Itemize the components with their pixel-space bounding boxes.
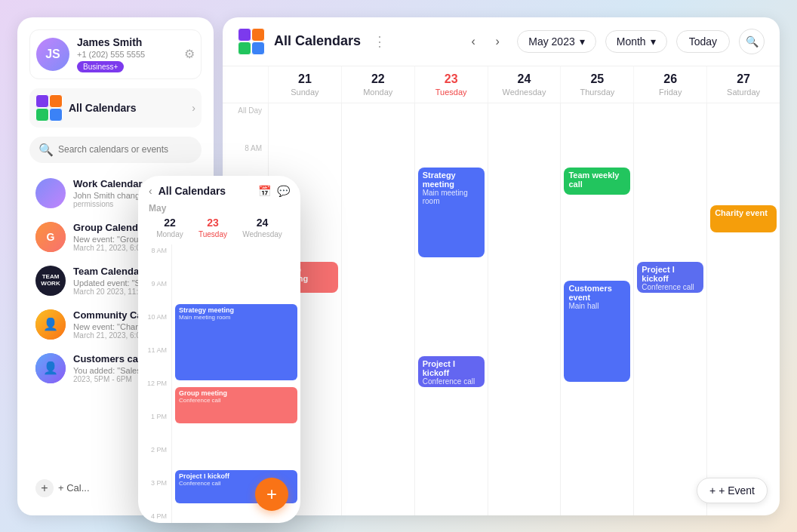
header-cal-icon-1 [238,28,251,42]
search-icon: 🔍 [38,143,54,157]
m-group-event[interactable]: Group meeting Conference call [175,387,297,423]
mobile-icons: 📅 💬 [258,185,290,197]
cal-mini-icon-3 [35,108,49,121]
add-event-label: + Event [719,484,755,497]
day-col-wed[interactable] [488,103,561,515]
day-name-fri: Friday [637,88,703,97]
day-num-26: 26 [637,72,703,86]
user-phone: +1 (202) 555 5555 [77,50,177,59]
gear-icon[interactable]: ⚙ [184,47,195,61]
mobile-date-mon[interactable]: 22 Monday [156,217,183,238]
cal-mini-icon-1 [35,94,49,108]
mobile-date-wed[interactable]: 24 Wednesday [242,217,282,238]
day-col-sat[interactable]: Charity event [706,103,780,515]
day-col-thu[interactable]: Team weekly call Customers event Main ha… [560,103,633,515]
project-kickoff-fri-event[interactable]: Project I kickoff Conference call [637,262,703,293]
mobile-date-num: 22 [156,217,183,229]
calendar-body: All Day 8 AM 9 AM 10 AM 11 AM 12 PM 1 PM… [223,103,780,515]
mobile-date-dow: Wednesday [242,230,282,238]
cal-avatar-group: G [35,222,66,252]
m-time-10am: 10 AM [138,311,171,344]
mobile-header: ‹ All Calendars 📅 💬 [138,176,300,203]
time-allday: All Day [223,103,268,141]
mobile-calendar-icon[interactable]: 📅 [258,185,271,197]
date-chevron-down-icon: ▾ [580,35,585,48]
day-header-wed: 24 Wednesday [488,66,561,103]
customers-event[interactable]: Customers event Main hall [564,281,630,382]
mobile-month-label: May [149,203,166,214]
mobile-date-dow: Tuesday [198,230,227,238]
day-header-sat: 27 Saturday [706,66,780,103]
cal-avatar-work [35,178,66,208]
all-calendars-bar[interactable]: All Calendars › [29,88,202,128]
all-calendars-label: All Calendars [69,102,186,114]
mobile-date-tue[interactable]: 23 Tuesday [198,217,227,238]
search-input[interactable] [58,144,192,155]
mobile-fab-plus-icon: + [266,484,277,505]
next-button[interactable]: › [487,31,508,52]
cal-avatar-customers: 👤 [35,353,66,383]
date-selector[interactable]: May 2023 ▾ [517,30,595,53]
mobile-share-icon[interactable]: 💬 [277,185,290,197]
mobile-date-strip: 22 Monday 23 Tuesday 24 Wednesday [138,217,300,244]
search-button[interactable]: 🔍 [739,29,765,54]
search-bar[interactable]: 🔍 [29,137,202,163]
user-name: James Smith [77,36,177,48]
mobile-back-icon[interactable]: ‹ [149,185,152,197]
event-title: Project I kickoff [423,359,480,377]
event-sub: Conference call [423,377,480,386]
m-time-2pm: 2 PM [138,444,171,477]
event-title: Project I kickoff [642,265,699,283]
day-name-tue: Tuesday [418,88,485,97]
m-event-title: Group meeting [179,389,294,397]
strategy-meeting-event[interactable]: Strategy meeting Main meeting room [418,168,485,257]
mobile-date-num: 24 [242,217,282,229]
mobile-date-dow: Monday [156,230,183,238]
m-strategy-event[interactable]: Strategy meeting Main meeting room [175,304,297,380]
mobile-fab-button[interactable]: + [255,478,288,511]
add-event-button[interactable]: + + Event [697,478,768,503]
day-name-sat: Saturday [710,88,777,97]
header-title: All Calendars [274,33,361,49]
calendar-header: All Calendars ⋮ ‹ › May 2023 ▾ Month ▾ T… [223,17,780,66]
event-title: Strategy meeting [423,171,480,189]
view-chevron-down-icon: ▾ [651,35,656,48]
day-num-27: 27 [710,72,777,86]
m-time-1pm: 1 PM [138,411,171,444]
today-button[interactable]: Today [676,30,730,53]
event-title: Team weekly call [568,171,626,189]
day-name-sun: Sunday [272,88,338,97]
day-name-mon: Monday [345,88,411,97]
calendar-icon-group [35,94,63,121]
add-cal-label: + Cal... [58,482,90,494]
day-header-fri: 26 Friday [633,66,706,103]
plus-icon: + [709,484,715,497]
day-col-mon[interactable] [341,103,414,515]
view-label: Month [617,35,646,48]
m-time-3pm: 3 PM [138,477,171,510]
cal-avatar-community: 👤 [35,309,66,340]
day-col-tue[interactable]: Strategy meeting Main meeting room Proje… [414,103,488,515]
m-time-4pm: 4 PM [138,510,171,523]
day-num-22: 22 [345,72,411,86]
mobile-overlay: ‹ All Calendars 📅 💬 May 22 Monday 23 Tue… [138,176,300,523]
m-event-title: Strategy meeting [179,306,294,314]
m-time-12pm: 12 PM [138,377,171,411]
charity-event[interactable]: Charity event [710,205,777,232]
header-icon-group [238,28,265,55]
day-header-tue: 23 Tuesday [414,66,488,103]
dots-menu-button[interactable]: ⋮ [373,33,386,50]
m-time-9am: 9 AM [138,278,171,311]
prev-button[interactable]: ‹ [463,31,484,52]
header-cal-icon-4 [251,42,265,55]
header-cal-icon-2 [251,28,265,42]
project-kickoff-tue-event[interactable]: Project I kickoff Conference call [418,356,485,387]
day-header-mon: 22 Monday [341,66,414,103]
view-selector[interactable]: Month ▾ [605,30,667,53]
mobile-time-col: 8 AM 9 AM 10 AM 11 AM 12 PM 1 PM 2 PM 3 … [138,244,171,523]
day-num-25: 25 [564,72,630,86]
day-col-fri[interactable]: Project I kickoff Conference call [633,103,706,515]
day-header-thu: 25 Thursday [560,66,633,103]
day-num-24: 24 [491,72,558,86]
team-weekly-event[interactable]: Team weekly call [564,168,630,195]
